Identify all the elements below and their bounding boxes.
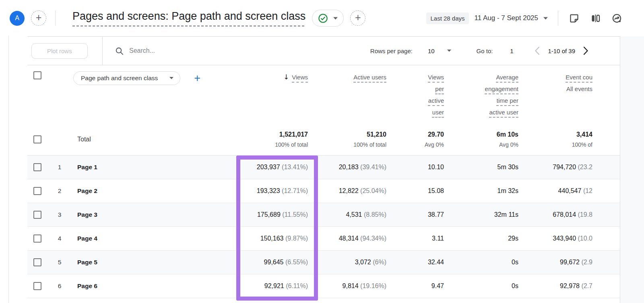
table-row: 4 Page 4 150,163 (9.87%) 48,314 (94.34%)… xyxy=(27,227,620,251)
rows-per-page-value[interactable]: 10 xyxy=(428,48,435,54)
table-toolbar: Plot rows Rows per page: 10 Go to: 1-10 … xyxy=(27,37,620,65)
chevron-down-icon[interactable] xyxy=(447,49,452,52)
views-percent: (6.11%) xyxy=(286,282,308,289)
rows-per-page-label: Rows per page: xyxy=(370,48,413,54)
column-header-event-count[interactable]: Event cou All events xyxy=(524,71,592,95)
notes-icon[interactable] xyxy=(569,13,580,24)
views-percent: (12.71%) xyxy=(282,187,308,194)
views-value: 99,645 xyxy=(264,259,284,266)
search-input[interactable] xyxy=(129,47,258,54)
report-table-panel: Plot rows Rows per page: 10 Go to: 1-10 … xyxy=(27,36,620,303)
row-checkbox[interactable] xyxy=(33,163,41,171)
totals-views-per-user: 29.70Avg 0% xyxy=(392,131,449,148)
plot-rows-button[interactable]: Plot rows xyxy=(31,43,88,59)
engagement-time-cell: 29s xyxy=(449,235,524,242)
add-report-tab-button[interactable]: + xyxy=(31,10,46,26)
row-checkbox[interactable] xyxy=(33,211,41,219)
go-to-label: Go to: xyxy=(477,48,493,54)
engagement-time-cell: 5m 30s xyxy=(449,164,524,171)
active-users-percent: (8.85%) xyxy=(364,211,386,218)
event-count-percent: (19.8 xyxy=(578,211,592,218)
table-row: 6 Page 6 92,921 (6.11%) 9,814 (19.16%) 9… xyxy=(27,274,620,298)
row-checkbox[interactable] xyxy=(33,258,41,266)
table-search xyxy=(115,46,258,56)
views-per-user-cell: 3.11 xyxy=(392,235,449,242)
add-dimension-button[interactable]: + xyxy=(194,73,200,84)
event-count-cell: 440,547 (12 xyxy=(524,187,592,195)
event-count-cell: 678,014 (19.8 xyxy=(524,211,592,218)
event-count-percent: (2.9 xyxy=(581,259,592,266)
previous-page-icon[interactable] xyxy=(535,46,540,55)
chevron-down-icon[interactable] xyxy=(543,17,548,20)
event-count-cell: 92,978 (2.7 xyxy=(524,282,592,290)
dimension-selector[interactable]: Page path and screen class xyxy=(73,71,180,85)
table-row: 1 Page 1 203,937 (13.41%) 20,183 (39.41%… xyxy=(27,156,620,179)
select-all-checkbox[interactable] xyxy=(33,71,41,79)
next-page-icon[interactable] xyxy=(583,46,588,55)
table-header-row: Page path and screen class + ↓Views Acti… xyxy=(27,65,620,124)
row-checkbox[interactable] xyxy=(33,187,41,195)
add-comparison-button[interactable]: + xyxy=(350,10,365,26)
event-count-percent: (23.2 xyxy=(578,164,592,170)
active-users-value: 9,814 xyxy=(343,282,359,289)
dimension-selector-label: Page path and screen class xyxy=(81,75,158,82)
views-cell: 150,163 (9.87%) xyxy=(235,235,318,242)
column-header-active-users[interactable]: Active users xyxy=(318,71,392,83)
views-per-user-cell: 32.44 xyxy=(392,259,449,266)
active-users-cell: 3,072 (6%) xyxy=(318,259,392,266)
column-header-avg-engagement[interactable]: Average engagement time per active user xyxy=(449,71,524,118)
row-index: 3 xyxy=(47,211,72,218)
divider xyxy=(558,10,558,26)
column-header-views[interactable]: ↓Views xyxy=(235,71,318,83)
header-actions: Last 28 days 11 Aug - 7 Sept 2025 xyxy=(426,10,622,26)
go-to-page-input[interactable] xyxy=(505,48,518,54)
row-index: 4 xyxy=(47,235,72,242)
event-count-value: 99,672 xyxy=(560,259,580,266)
page-title[interactable]: Pages and screens: Page path and screen … xyxy=(72,10,305,27)
plot-rows-cell: Plot rows xyxy=(27,37,103,65)
table-body: 1 Page 1 203,937 (13.41%) 20,183 (39.41%… xyxy=(27,156,620,298)
event-count-cell: 794,720 (23.2 xyxy=(524,164,592,171)
views-percent: (6.55%) xyxy=(285,259,308,266)
column-header-views-per-active-user[interactable]: Views per active user xyxy=(392,71,449,118)
active-users-value: 48,314 xyxy=(339,235,359,242)
right-panel-edge xyxy=(620,36,644,303)
avatar[interactable]: A xyxy=(10,11,25,26)
engagement-time-cell: 0s xyxy=(449,282,524,290)
compare-panels-icon[interactable] xyxy=(590,13,601,24)
active-users-percent: (39.41%) xyxy=(360,164,386,170)
page-name: Page 6 xyxy=(72,282,235,290)
page-name: Page 1 xyxy=(72,164,235,171)
views-per-user-cell: 15.08 xyxy=(392,187,449,195)
nav-rail-edge xyxy=(8,35,9,303)
row-checkbox[interactable] xyxy=(33,235,41,243)
date-preset-badge[interactable]: Last 28 days xyxy=(426,12,469,24)
active-users-cell: 48,314 (94.34%) xyxy=(318,235,392,242)
event-count-value: 92,978 xyxy=(560,282,580,289)
pagination-controls: Rows per page: 10 Go to: 1-10 of 39 xyxy=(370,46,588,55)
totals-engagement-time: 6m 10sAvg 0% xyxy=(449,131,524,148)
active-users-percent: (19.16%) xyxy=(360,282,386,289)
active-users-value: 12,822 xyxy=(339,187,359,194)
report-status-dropdown[interactable] xyxy=(312,10,344,27)
active-users-value: 3,072 xyxy=(355,259,371,266)
insights-icon[interactable] xyxy=(611,13,622,24)
row-index: 5 xyxy=(47,259,72,266)
date-range-label[interactable]: 11 Aug - 7 Sept 2025 xyxy=(475,14,538,22)
views-cell: 193,323 (12.71%) xyxy=(235,187,318,195)
active-users-cell: 4,531 (8.85%) xyxy=(318,211,392,218)
views-cell: 203,937 (13.41%) xyxy=(235,164,318,171)
totals-checkbox[interactable] xyxy=(33,135,41,143)
active-users-percent: (6%) xyxy=(373,259,386,266)
event-count-percent: (10.0 xyxy=(578,235,592,242)
event-count-value: 678,014 xyxy=(553,211,576,218)
views-per-user-cell: 9.47 xyxy=(392,282,449,290)
views-value: 193,323 xyxy=(257,187,280,194)
divider xyxy=(55,10,56,26)
totals-row: Total 1,521,017100% of total 51,210100% … xyxy=(27,124,620,156)
views-percent: (9.87%) xyxy=(285,235,308,242)
row-checkbox[interactable] xyxy=(33,282,41,290)
active-users-cell: 20,183 (39.41%) xyxy=(318,164,392,171)
active-users-cell: 9,814 (19.16%) xyxy=(318,282,392,290)
engagement-time-cell: 1m 32s xyxy=(449,187,524,195)
